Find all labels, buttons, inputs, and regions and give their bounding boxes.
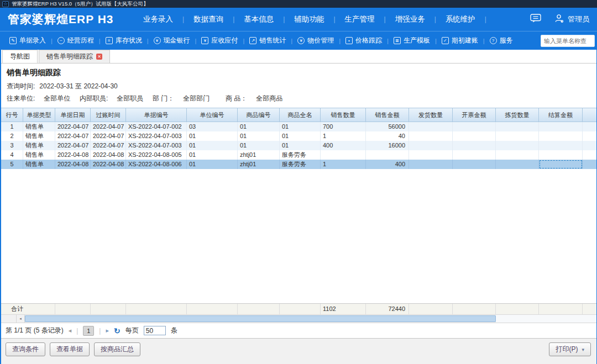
table-cell[interactable]: 01 <box>280 141 321 150</box>
column-header-6[interactable]: 单位编号 <box>187 108 238 122</box>
table-cell[interactable]: 01 <box>187 141 238 150</box>
tab-close-icon[interactable]: ✕ <box>96 54 102 60</box>
table-cell[interactable] <box>409 160 453 169</box>
toolbar-item-9[interactable]: ≣生产模板 <box>389 36 435 45</box>
toolbar-item-7[interactable]: ¥物价管理 <box>292 36 339 45</box>
menu-item-7[interactable]: 系统维护 <box>436 14 485 24</box>
table-cell[interactable] <box>409 141 453 150</box>
table-cell[interactable]: 2022-04-07 <box>55 122 91 131</box>
refresh-icon[interactable]: ↻ <box>114 326 121 335</box>
table-cell[interactable]: 01 <box>280 131 321 141</box>
table-cell[interactable]: 400 <box>366 160 409 169</box>
toolbar-item-10[interactable]: ✓期初建账 <box>437 36 483 45</box>
table-cell[interactable]: 2022-04-07 <box>91 141 126 150</box>
column-header-3[interactable]: 单据日期 <box>55 108 91 122</box>
column-header-4[interactable]: 过账时间 <box>91 108 126 122</box>
table-cell[interactable] <box>366 150 409 160</box>
prev-page-icon[interactable]: ◂ <box>69 327 72 334</box>
table-cell[interactable] <box>496 131 539 141</box>
table-cell[interactable]: 销售单 <box>23 150 55 160</box>
table-row-5[interactable]: 5销售单2022-04-082022-04-08XS-2022-04-08-00… <box>1 160 596 169</box>
menu-item-2[interactable]: 数据查询 <box>184 14 233 24</box>
table-cell[interactable]: 01 <box>187 131 238 141</box>
table-cell[interactable] <box>539 131 583 141</box>
table-cell[interactable]: 01 <box>238 141 280 150</box>
table-cell[interactable] <box>539 160 583 169</box>
footer-button-2[interactable]: 查看单据 <box>50 342 90 356</box>
table-cell[interactable] <box>539 141 583 150</box>
table-cell[interactable]: 5 <box>1 160 23 169</box>
column-header-2[interactable]: 单据类型 <box>23 108 55 122</box>
table-cell[interactable]: XS-2022-04-08-005 <box>126 150 187 160</box>
table-cell[interactable]: XS-2022-04-08-006 <box>126 160 187 169</box>
column-header-13[interactable]: 拣货数量 <box>496 108 539 122</box>
column-header-11[interactable]: 发货数量 <box>409 108 453 122</box>
table-cell[interactable]: 服务劳务 <box>280 160 321 169</box>
table-cell[interactable]: 销售单 <box>23 122 55 131</box>
table-cell[interactable]: 2022-04-08 <box>91 160 126 169</box>
footer-button-1[interactable]: 查询条件 <box>6 342 45 356</box>
tab-2[interactable]: 销售单明细跟踪✕ <box>39 50 110 63</box>
table-cell[interactable] <box>409 122 453 131</box>
table-cell[interactable]: 2022-04-07 <box>55 131 91 141</box>
table-cell[interactable]: 1 <box>321 160 366 169</box>
horizontal-scrollbar[interactable]: ◂ <box>1 315 596 323</box>
toolbar-item-8[interactable]: •价格跟踪 <box>341 36 387 45</box>
menu-search-input[interactable] <box>541 35 595 47</box>
table-cell[interactable]: 40 <box>366 131 409 141</box>
table-cell[interactable] <box>409 150 453 160</box>
menu-item-3[interactable]: 基本信息 <box>234 14 283 24</box>
table-cell[interactable]: 4 <box>1 150 23 160</box>
footer-button-3[interactable]: 按商品汇总 <box>94 342 140 356</box>
column-header-14[interactable]: 结算金额 <box>539 108 583 122</box>
toolbar-item-5[interactable]: ¥应收应付 <box>196 36 243 45</box>
column-header-1[interactable]: 行号 <box>1 108 23 122</box>
menu-item-5[interactable]: 生产管理 <box>336 14 384 24</box>
column-header-8[interactable]: 商品全名 <box>280 108 321 122</box>
table-row-4[interactable]: 4销售单2022-04-082022-04-08XS-2022-04-08-00… <box>1 150 596 160</box>
column-header-5[interactable]: 单据编号 <box>126 108 187 122</box>
per-page-input[interactable] <box>144 326 166 335</box>
table-cell[interactable]: XS-2022-04-07-002 <box>126 122 187 131</box>
table-cell[interactable]: 2 <box>1 131 23 141</box>
table-cell[interactable] <box>496 150 539 160</box>
table-cell[interactable]: 2022-04-07 <box>55 141 91 150</box>
table-cell[interactable]: 16000 <box>366 141 409 150</box>
table-cell[interactable] <box>453 141 496 150</box>
table-cell[interactable] <box>453 122 496 131</box>
table-cell[interactable]: 01 <box>187 160 238 169</box>
menu-item-4[interactable]: 辅助功能 <box>285 14 333 24</box>
column-header-7[interactable]: 商品编号 <box>238 108 280 122</box>
menu-item-1[interactable]: 业务录入 <box>134 14 182 24</box>
table-cell[interactable]: 01 <box>280 122 321 131</box>
table-cell[interactable]: zhtj01 <box>238 160 280 169</box>
table-cell[interactable]: 700 <box>321 122 366 131</box>
table-cell[interactable] <box>453 160 496 169</box>
next-page-icon[interactable]: ▸ <box>106 327 109 334</box>
scrollbar-thumb[interactable] <box>25 315 496 322</box>
table-cell[interactable]: 3 <box>1 141 23 150</box>
table-cell[interactable]: 销售单 <box>23 141 55 150</box>
table-cell[interactable]: 56000 <box>366 122 409 131</box>
table-cell[interactable]: 服务劳务 <box>280 150 321 160</box>
column-header-9[interactable]: 销售数量 <box>321 108 366 122</box>
table-cell[interactable]: 03 <box>187 122 238 131</box>
table-cell[interactable]: 400 <box>321 141 366 150</box>
table-cell[interactable] <box>496 141 539 150</box>
table-cell[interactable] <box>409 131 453 141</box>
toolbar-item-2[interactable]: ~经营历程 <box>53 36 99 45</box>
table-cell[interactable] <box>453 131 496 141</box>
table-cell[interactable]: 01 <box>238 122 280 131</box>
table-cell[interactable]: 2022-04-08 <box>55 160 91 169</box>
table-cell[interactable]: 销售单 <box>23 160 55 169</box>
message-icon[interactable] <box>530 14 541 25</box>
table-row-1[interactable]: 1销售单2022-04-072022-04-07XS-2022-04-07-00… <box>1 122 596 131</box>
table-cell[interactable]: 01 <box>238 131 280 141</box>
toolbar-item-4[interactable]: ¥现金银行 <box>149 36 195 45</box>
table-cell[interactable]: XS-2022-04-07-003 <box>126 141 187 150</box>
table-cell[interactable]: 2022-04-08 <box>91 150 126 160</box>
toolbar-item-11[interactable]: ?服务 <box>485 36 518 45</box>
column-header-10[interactable]: 销售金额 <box>366 108 409 122</box>
scroll-left-arrow-icon[interactable]: ◂ <box>17 315 25 323</box>
table-cell[interactable]: XS-2022-04-07-003 <box>126 131 187 141</box>
